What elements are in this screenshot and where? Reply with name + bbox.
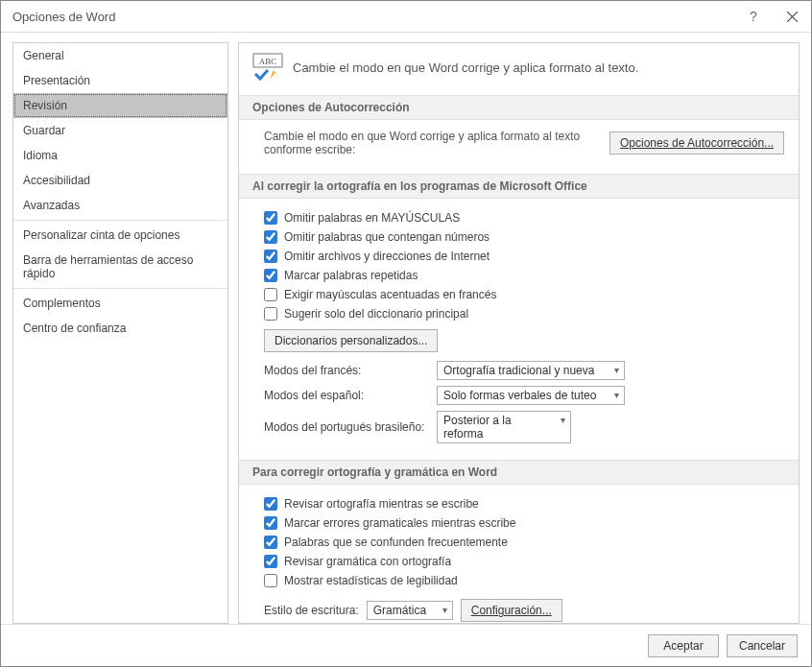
cancel-button[interactable]: Cancelar bbox=[727, 634, 798, 657]
check-urls[interactable] bbox=[264, 250, 277, 263]
sidebar-item-idioma[interactable]: Idioma bbox=[13, 143, 227, 168]
check-confused[interactable] bbox=[264, 536, 277, 549]
content-pane: ABC Cambie el modo en que Word corrige y… bbox=[238, 42, 800, 624]
sidebar-separator bbox=[13, 220, 227, 221]
close-button[interactable] bbox=[773, 1, 811, 33]
dialog-body: General Presentación Revisión Guardar Id… bbox=[1, 33, 811, 624]
sidebar-item-qat[interactable]: Barra de herramientas de acceso rápido bbox=[13, 248, 227, 286]
check-grammar-typing-label[interactable]: Marcar errores gramaticales mientras esc… bbox=[284, 516, 515, 530]
sidebar-item-guardar[interactable]: Guardar bbox=[13, 118, 227, 143]
writing-style-label: Estilo de escritura: bbox=[264, 604, 359, 617]
check-french-caps-label[interactable]: Exigir mayúsculas acentuadas en francés bbox=[284, 288, 496, 301]
close-icon bbox=[787, 12, 798, 22]
ok-button[interactable]: Aceptar bbox=[648, 634, 719, 657]
sidebar-item-complementos[interactable]: Complementos bbox=[13, 291, 227, 316]
check-grammar-with-spell[interactable] bbox=[264, 555, 277, 568]
portuguese-mode-select[interactable]: Posterior a la reforma bbox=[437, 411, 571, 443]
section-spelling-office: Omitir palabras en MAYÚSCULAS Omitir pal… bbox=[252, 208, 785, 460]
section-autocorrect: Cambie el modo en que Word corrige y apl… bbox=[252, 130, 785, 174]
check-readability[interactable] bbox=[264, 574, 277, 587]
autocorrect-desc: Cambie el modo en que Word corrige y apl… bbox=[264, 130, 590, 156]
check-numbers[interactable] bbox=[264, 230, 277, 244]
section-spelling-word: Revisar ortografía mientras se escribe M… bbox=[252, 494, 785, 624]
sidebar-item-presentacion[interactable]: Presentación bbox=[13, 68, 227, 93]
check-urls-label[interactable]: Omitir archivos y direcciones de Interne… bbox=[284, 250, 490, 263]
check-grammar-with-spell-label[interactable]: Revisar gramática con ortografía bbox=[284, 555, 451, 568]
section-spelling-word-title: Para corregir ortografía y gramática en … bbox=[239, 460, 799, 485]
french-mode-label: Modos del francés: bbox=[264, 364, 429, 377]
check-numbers-label[interactable]: Omitir palabras que contengan números bbox=[284, 230, 490, 244]
writing-style-select[interactable]: Gramática bbox=[367, 601, 453, 620]
check-confused-label[interactable]: Palabras que se confunden frecuentemente bbox=[284, 536, 508, 549]
check-main-dict[interactable] bbox=[264, 307, 277, 321]
spanish-mode-label: Modos del español: bbox=[264, 389, 429, 402]
portuguese-mode-label: Modos del portugués brasileño: bbox=[264, 420, 429, 434]
sidebar-item-accesibilidad[interactable]: Accesibilidad bbox=[13, 168, 227, 193]
options-dialog: Opciones de Word ? General Presentación … bbox=[0, 0, 812, 667]
grammar-settings-button[interactable]: Configuración... bbox=[461, 599, 562, 622]
page-subtitle: Cambie el modo en que Word corrige y apl… bbox=[293, 60, 638, 75]
check-repeated[interactable] bbox=[264, 269, 277, 282]
dialog-footer: Aceptar Cancelar bbox=[1, 624, 811, 666]
check-spell-typing-label[interactable]: Revisar ortografía mientras se escribe bbox=[284, 497, 479, 511]
sidebar-item-general[interactable]: General bbox=[13, 43, 227, 68]
french-mode-select[interactable]: Ortografía tradicional y nueva bbox=[437, 361, 625, 380]
check-uppercase[interactable] bbox=[264, 211, 277, 225]
help-button[interactable]: ? bbox=[734, 1, 773, 33]
check-grammar-typing[interactable] bbox=[264, 516, 277, 530]
svg-text:ABC: ABC bbox=[259, 57, 277, 66]
check-readability-label[interactable]: Mostrar estadísticas de legibilidad bbox=[284, 574, 458, 587]
sidebar: General Presentación Revisión Guardar Id… bbox=[12, 42, 228, 624]
page-header: ABC Cambie el modo en que Word corrige y… bbox=[252, 53, 785, 82]
titlebar: Opciones de Word ? bbox=[1, 1, 811, 33]
check-uppercase-label[interactable]: Omitir palabras en MAYÚSCULAS bbox=[284, 211, 460, 225]
section-spelling-office-title: Al corregir la ortografía en los program… bbox=[239, 174, 799, 199]
check-french-caps[interactable] bbox=[264, 288, 277, 301]
section-autocorrect-title: Opciones de Autocorrección bbox=[239, 95, 799, 120]
check-repeated-label[interactable]: Marcar palabras repetidas bbox=[284, 269, 418, 282]
sidebar-item-avanzadas[interactable]: Avanzadas bbox=[13, 193, 227, 218]
window-title: Opciones de Word bbox=[12, 10, 734, 24]
sidebar-item-ribbon[interactable]: Personalizar cinta de opciones bbox=[13, 223, 227, 248]
custom-dictionaries-button[interactable]: Diccionarios personalizados... bbox=[264, 329, 438, 352]
check-main-dict-label[interactable]: Sugerir solo del diccionario principal bbox=[284, 307, 468, 321]
sidebar-item-revision[interactable]: Revisión bbox=[13, 93, 227, 118]
check-spell-typing[interactable] bbox=[264, 497, 277, 511]
sidebar-item-trust[interactable]: Centro de confianza bbox=[13, 316, 227, 341]
sidebar-separator bbox=[13, 288, 227, 289]
spanish-mode-select[interactable]: Solo formas verbales de tuteo bbox=[437, 386, 625, 405]
autocorrect-options-button[interactable]: Opciones de Autocorrección... bbox=[609, 131, 784, 155]
proofing-icon: ABC bbox=[252, 53, 283, 82]
